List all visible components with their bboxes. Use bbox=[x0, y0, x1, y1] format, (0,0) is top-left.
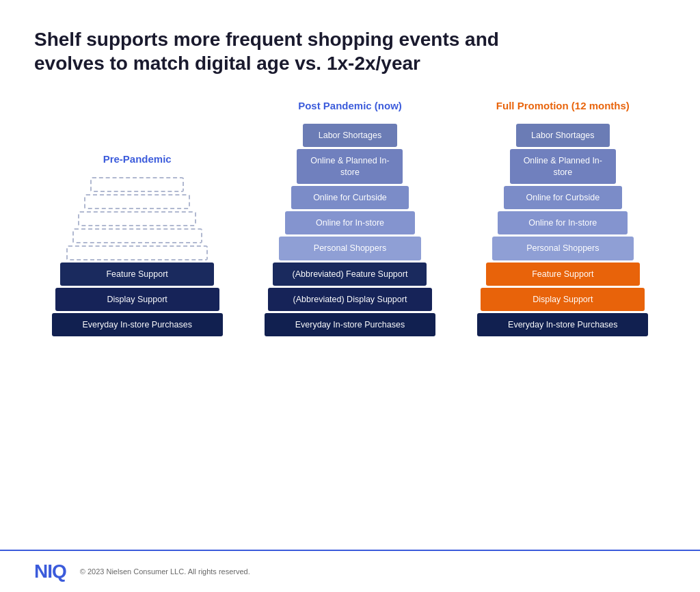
pyramid-shape-post-pandemic: Labor ShortagesOnline & Planned In-store… bbox=[265, 124, 435, 338]
pyramid-layer-1 bbox=[84, 194, 190, 209]
pyramid-layer-6: Display Support bbox=[481, 288, 645, 311]
pyramid-title-full-promotion: Full Promotion (12 months) bbox=[496, 100, 630, 111]
pyramid-layer-6: (Abbreviated) Display Support bbox=[268, 288, 432, 311]
pyramid-layer-0: Labor Shortages bbox=[303, 124, 397, 147]
pyramid-layer-7: Everyday In-store Purchases bbox=[477, 313, 648, 336]
pyramid-layer-0: Labor Shortages bbox=[516, 124, 610, 147]
pyramid-layer-6: Display Support bbox=[55, 288, 219, 311]
pyramid-shape-full-promotion: Labor ShortagesOnline & Planned In-store… bbox=[477, 124, 648, 338]
main-container: Shelf supports more frequent shopping ev… bbox=[0, 0, 700, 550]
pyramid-pre-pandemic: Pre-PandemicFeature SupportDisplay Suppo… bbox=[34, 153, 240, 339]
pyramid-title-pre-pandemic: Pre-Pandemic bbox=[103, 153, 172, 165]
copyright-text: © 2023 Nielsen Consumer LLC. All rights … bbox=[80, 567, 250, 576]
niq-logo: NIQ bbox=[34, 561, 66, 582]
pyramid-layer-1: Online & Planned In-store bbox=[510, 149, 616, 184]
pyramid-layer-4 bbox=[66, 245, 208, 260]
pyramid-layer-2: Online for Curbside bbox=[291, 186, 409, 209]
pyramids-container: Pre-PandemicFeature SupportDisplay Suppo… bbox=[34, 100, 666, 352]
pyramid-layer-4: Personal Shoppers bbox=[279, 237, 421, 260]
pyramid-full-promotion: Full Promotion (12 months)Labor Shortage… bbox=[460, 100, 666, 338]
footer: NIQ © 2023 Nielsen Consumer LLC. All rig… bbox=[0, 550, 700, 592]
pyramid-post-pandemic: Post Pandemic (now)Labor ShortagesOnline… bbox=[247, 100, 453, 338]
pyramid-layer-2 bbox=[78, 211, 196, 226]
pyramid-layer-5: Feature Support bbox=[486, 263, 640, 286]
pyramid-layer-0 bbox=[90, 177, 185, 192]
pyramid-shape-pre-pandemic: Feature SupportDisplay SupportEveryday I… bbox=[52, 177, 223, 339]
pyramid-layer-7: Everyday In-store Purchases bbox=[52, 313, 223, 336]
pyramid-layer-5: (Abbreviated) Feature Support bbox=[273, 263, 427, 286]
page-title: Shelf supports more frequent shopping ev… bbox=[34, 27, 499, 75]
pyramid-layer-3: Online for In-store bbox=[285, 211, 415, 234]
pyramid-layer-1: Online & Planned In-store bbox=[297, 149, 403, 184]
pyramid-layer-5: Feature Support bbox=[60, 263, 214, 286]
pyramid-title-post-pandemic: Post Pandemic (now) bbox=[298, 100, 402, 111]
pyramid-layer-7: Everyday In-store Purchases bbox=[265, 313, 435, 336]
pyramid-layer-2: Online for Curbside bbox=[504, 186, 622, 209]
pyramid-layer-3 bbox=[72, 228, 202, 243]
pyramid-layer-3: Online for In-store bbox=[498, 211, 628, 234]
pyramid-layer-4: Personal Shoppers bbox=[492, 237, 634, 260]
